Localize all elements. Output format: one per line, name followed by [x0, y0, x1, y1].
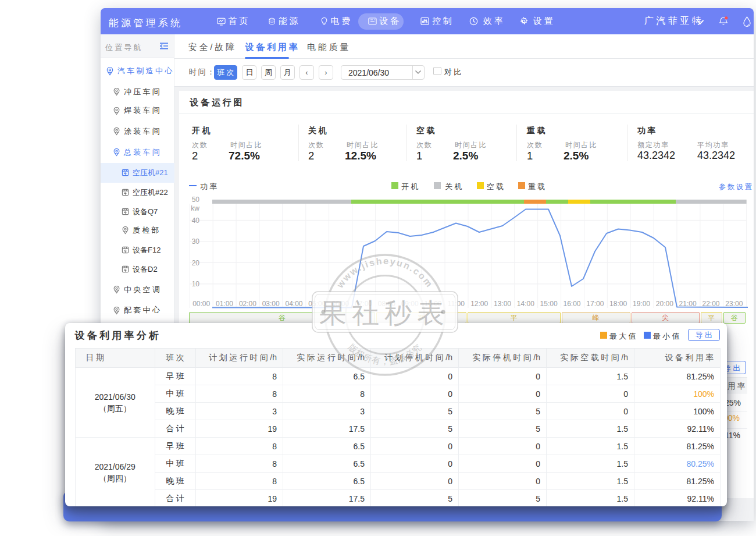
svg-text:10:00: 10:00: [424, 300, 441, 308]
svg-text:19:00: 19:00: [633, 300, 650, 308]
svg-text:40: 40: [192, 216, 200, 225]
svg-text:04:00: 04:00: [285, 300, 302, 308]
svg-text:06:00: 06:00: [331, 300, 349, 308]
svg-text:23:00: 23:00: [725, 300, 743, 308]
svg-text:05:00: 05:00: [308, 300, 326, 308]
svg-text:12:00: 12:00: [470, 300, 488, 308]
svg-text:03:00: 03:00: [262, 300, 280, 308]
svg-text:01:00: 01:00: [216, 300, 233, 308]
svg-text:09:00: 09:00: [401, 300, 419, 308]
svg-text:20: 20: [192, 259, 200, 267]
svg-text:50: 50: [192, 196, 200, 204]
svg-text:08:00: 08:00: [378, 300, 395, 308]
svg-text:00:00: 00:00: [192, 300, 210, 308]
svg-text:20:00: 20:00: [656, 300, 673, 308]
svg-text:14:00: 14:00: [517, 300, 534, 308]
svg-text:13:00: 13:00: [494, 300, 511, 308]
svg-text:15:00: 15:00: [540, 300, 558, 308]
svg-text:30: 30: [192, 237, 200, 246]
svg-text:07:00: 07:00: [355, 300, 372, 308]
svg-text:17:00: 17:00: [586, 300, 604, 308]
svg-text:kw: kw: [191, 204, 199, 212]
svg-text:18:00: 18:00: [609, 300, 627, 308]
svg-text:16:00: 16:00: [563, 300, 580, 308]
svg-text:11:00: 11:00: [448, 300, 465, 308]
svg-text:22:00: 22:00: [702, 300, 719, 308]
svg-text:21:00: 21:00: [679, 300, 697, 308]
svg-text:10: 10: [192, 280, 200, 288]
svg-text:02:00: 02:00: [239, 300, 256, 308]
